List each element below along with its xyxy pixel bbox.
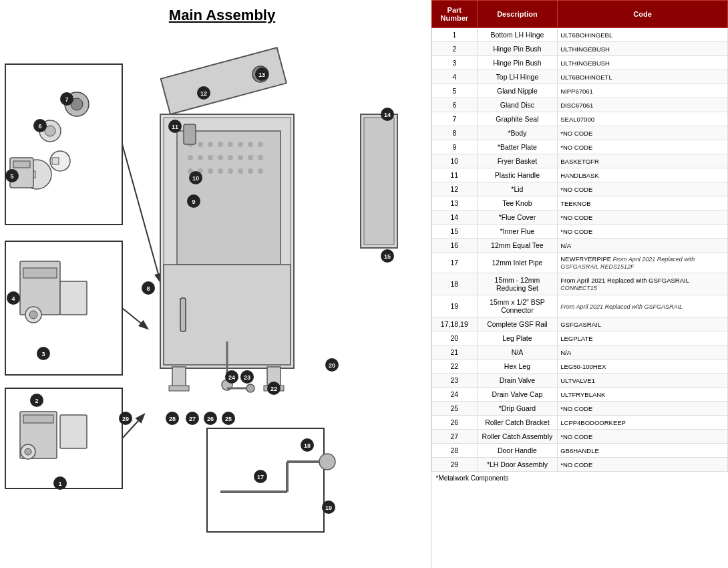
svg-rect-43	[172, 367, 186, 387]
table-row: 1612mm Equal TeeN/A	[432, 239, 728, 253]
table-row: 1915mm x 1/2" BSP ConnectorFrom April 20…	[432, 295, 728, 317]
table-row: 1Bottom LH HingeULT6BOHINGEBL	[432, 28, 728, 42]
cell-code: GB6HANDLE	[558, 444, 728, 458]
cell-description: 15mm - 12mm Reducing Set	[477, 273, 558, 295]
svg-point-60	[228, 155, 233, 160]
cell-description: Door Handle	[477, 444, 558, 458]
cell-code: *NO CODE	[558, 430, 728, 444]
cell-description: 15mm x 1/2" BSP Connector	[477, 295, 558, 317]
cell-part-number: 26	[432, 416, 478, 430]
cell-part-number: 9	[432, 140, 478, 154]
svg-rect-11	[13, 161, 30, 168]
svg-text:20: 20	[329, 362, 335, 369]
cell-description: Gland Nipple	[477, 84, 558, 98]
cell-code: N/A	[558, 345, 728, 360]
cell-description: Hinge Pin Bush	[477, 56, 558, 70]
svg-text:25: 25	[225, 416, 232, 422]
table-row: 25*Drip Guard*NO CODE	[432, 402, 728, 416]
svg-text:7: 7	[65, 96, 68, 103]
cell-code: ULT6BOHINGETL	[558, 70, 728, 84]
cell-description: *Drip Guard	[477, 402, 558, 416]
cell-part-number: 28	[432, 444, 478, 458]
cell-part-number: 25	[432, 402, 478, 416]
svg-text:2: 2	[35, 398, 38, 404]
cell-part-number: 4	[432, 70, 478, 84]
cell-code: *NO CODE	[558, 225, 728, 239]
cell-part-number: 5	[432, 84, 478, 98]
left-panel: Main Assembly 7 6 5	[0, 0, 431, 568]
svg-text:6: 6	[38, 123, 41, 130]
table-row: 12*Lid*NO CODE	[432, 182, 728, 196]
svg-text:4: 4	[11, 295, 15, 302]
cell-code: DISC67061	[558, 98, 728, 112]
table-row: 29*LH Door Assembly*NO CODE	[432, 458, 728, 472]
cell-code: From April 2021 Replaced with GSFGASRAIL…	[558, 273, 728, 295]
cell-code: GSFGASRAIL	[558, 317, 728, 331]
svg-text:15: 15	[384, 253, 391, 260]
cell-part-number: 21	[432, 345, 478, 360]
table-row: 21N/AN/A	[432, 345, 728, 360]
svg-point-67	[218, 168, 223, 174]
table-row: 26Roller Catch BracketLCPP4BODOORKEEP	[432, 416, 728, 430]
svg-text:11: 11	[172, 124, 178, 130]
cell-part-number: 18	[432, 273, 478, 295]
svg-rect-76	[364, 118, 394, 245]
svg-text:10: 10	[192, 175, 199, 182]
cell-part-number: 8	[432, 126, 478, 140]
cell-description: 12mm Inlet Pipe	[477, 253, 558, 273]
cell-part-number: 13	[432, 196, 478, 210]
cell-part-number: 15	[432, 225, 478, 239]
svg-point-51	[218, 142, 223, 147]
cell-code: SEAL07000	[558, 112, 728, 126]
cell-part-number: 20	[432, 331, 478, 345]
svg-text:9: 9	[192, 198, 195, 205]
svg-rect-23	[60, 281, 87, 315]
table-row: 1815mm - 12mm Reducing SetFrom April 202…	[432, 273, 728, 295]
svg-point-32	[25, 448, 31, 455]
svg-rect-78	[180, 298, 186, 331]
col-header-code: Code	[558, 1, 728, 28]
svg-point-50	[208, 142, 213, 147]
cell-description: *LH Door Assembly	[477, 458, 558, 472]
svg-point-68	[228, 168, 233, 174]
svg-point-61	[238, 155, 243, 160]
cell-code: N/A	[558, 239, 728, 253]
table-row: 22Hex LegLEG50-100HEX	[432, 360, 728, 374]
svg-rect-20	[23, 268, 57, 278]
cell-code: NEWFRYERPIPE From April 2021 Replaced wi…	[558, 253, 728, 273]
cell-part-number: 6	[432, 98, 478, 112]
cell-part-number: 23	[432, 374, 478, 388]
cell-code: *NO CODE	[558, 140, 728, 154]
svg-text:8: 8	[146, 285, 150, 292]
cell-code: BASKETGFR	[558, 154, 728, 168]
cell-code: NIPP67061	[558, 84, 728, 98]
svg-text:22: 22	[270, 386, 277, 392]
page-title: Main Assembly	[0, 7, 431, 24]
cell-part-number: 22	[432, 360, 478, 374]
cell-description: Fryer Basket	[477, 154, 558, 168]
svg-text:14: 14	[384, 112, 391, 118]
table-row: 20Leg PlateLEGPLATE	[432, 331, 728, 345]
table-row: 17,18,19Complete GSF RailGSFGASRAIL	[432, 317, 728, 331]
svg-point-57	[198, 155, 203, 160]
table-row: 7Graphite SealSEAL07000	[432, 112, 728, 126]
svg-text:26: 26	[207, 416, 214, 422]
cell-description: Complete GSF Rail	[477, 317, 558, 331]
table-row: 4Top LH HingeULT6BOHINGETL	[432, 70, 728, 84]
right-panel: Part Number Description Code 1Bottom LH …	[431, 0, 728, 568]
svg-point-62	[248, 155, 253, 160]
cell-description: Hinge Pin Bush	[477, 42, 558, 56]
table-row: 11Plastic HandleHANDLBASK	[432, 168, 728, 182]
cell-description: Graphite Seal	[477, 112, 558, 126]
cell-part-number: 3	[432, 56, 478, 70]
cell-description: 12mm Equal Tee	[477, 239, 558, 253]
cell-part-number: 16	[432, 239, 478, 253]
svg-point-22	[29, 311, 37, 319]
table-row: 13Tee KnobTEEKNOB	[432, 196, 728, 210]
cell-description: *Lid	[477, 182, 558, 196]
cell-code: From April 2021 Replaced with GSFGASRAIL	[558, 295, 728, 317]
table-row: 5Gland NippleNIPP67061	[432, 84, 728, 98]
svg-text:29: 29	[122, 416, 129, 422]
table-row: 23Drain ValveULTVALVE1	[432, 374, 728, 388]
svg-point-82	[246, 384, 254, 392]
